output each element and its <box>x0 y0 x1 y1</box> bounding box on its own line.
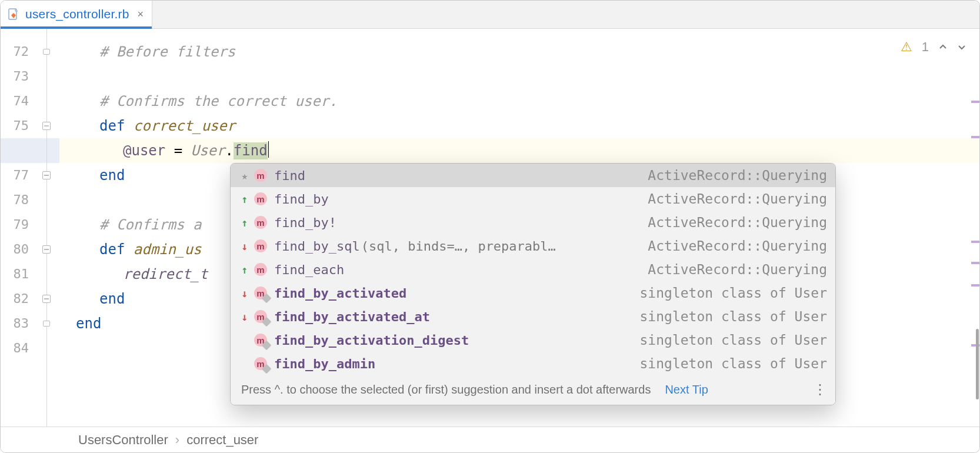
ruby-file-icon <box>8 8 19 20</box>
chevron-down-icon[interactable] <box>957 42 966 52</box>
completion-item[interactable]: ↓mfind_by_activated_atsingleton class of… <box>231 305 835 328</box>
method-name: correct_user <box>134 118 235 134</box>
completion-label: find_by! <box>274 215 336 230</box>
method-badge-icon: m <box>254 287 267 299</box>
fold-toggle-icon[interactable] <box>42 295 51 303</box>
keyword-end: end <box>99 167 125 184</box>
tab-filename: users_controller.rb <box>25 7 129 21</box>
completion-params: (sql, binds=…, preparabl… <box>361 239 556 254</box>
line-number: 81 <box>1 262 34 287</box>
line-number: 84 <box>1 336 34 361</box>
completion-tail: ActiveRecord::Querying <box>648 238 827 254</box>
keyword-def: def <box>99 241 134 258</box>
star-icon: ★ <box>239 169 251 182</box>
method-badge-icon: m <box>254 192 267 205</box>
completion-label: find_by_activation_digest <box>274 333 469 348</box>
operator: = <box>165 142 191 159</box>
breadcrumb-class[interactable]: UsersController <box>78 432 168 448</box>
keyword-def: def <box>99 118 134 134</box>
method-call: find <box>234 142 268 159</box>
fold-toggle-icon[interactable] <box>42 245 51 254</box>
comment: # Before filters <box>99 44 235 60</box>
editor-tab[interactable]: users_controller.rb × <box>1 0 152 28</box>
method-badge-icon: m <box>254 216 267 229</box>
instance-variable: @user <box>123 142 165 159</box>
line-number: 72 <box>1 39 34 64</box>
arrow-down-icon: ↓ <box>239 287 251 299</box>
method-badge-icon: m <box>254 239 267 252</box>
kebab-menu-icon[interactable]: ⋮ <box>813 381 827 398</box>
line-number: 78 <box>1 188 34 212</box>
line-numbers: 72 73 74 75 76 77 78 79 80 81 82 83 84 <box>1 29 34 427</box>
method-badge-icon: m <box>254 310 267 323</box>
constant: User <box>191 142 225 159</box>
chevron-up-icon[interactable] <box>938 42 948 52</box>
completion-tail: ActiveRecord::Querying <box>648 262 827 277</box>
completion-label: find_each <box>274 262 344 277</box>
stripe-scroll-indicator <box>976 329 979 399</box>
method-badge-icon: m <box>254 169 267 182</box>
error-stripe[interactable] <box>971 64 979 427</box>
stripe-mark[interactable] <box>971 284 979 287</box>
completion-label: find_by <box>274 192 329 206</box>
stripe-mark[interactable] <box>971 262 979 264</box>
completion-tail: ActiveRecord::Querying <box>648 215 827 230</box>
line-number: 79 <box>1 212 34 237</box>
completion-label: find_by_sql <box>274 239 360 254</box>
arrow-up-icon: ↑ <box>239 264 251 276</box>
completion-tail: singleton class of User <box>640 309 828 324</box>
stripe-mark[interactable] <box>971 101 979 103</box>
method-badge-icon: m <box>254 334 267 347</box>
completion-item[interactable]: ↓mfind_by_activatedsingleton class of Us… <box>231 281 835 305</box>
next-tip-link[interactable]: Next Tip <box>665 383 708 397</box>
comment: # Confirms the correct user. <box>99 93 338 109</box>
completion-item[interactable]: ★mfindActiveRecord::Querying <box>231 164 835 187</box>
completion-footer: Press ^. to choose the selected (or firs… <box>231 375 835 405</box>
completion-label: find_by_activated <box>274 286 406 301</box>
completion-hint: Press ^. to choose the selected (or firs… <box>241 383 651 397</box>
line-number: 74 <box>1 89 34 114</box>
arrow-down-icon: ↓ <box>239 240 251 252</box>
completion-tail: singleton class of User <box>640 332 828 348</box>
completion-item[interactable]: mfind_by_activation_digestsingleton clas… <box>231 328 835 352</box>
tab-bar: users_controller.rb × <box>1 1 979 29</box>
completion-item[interactable]: ↑mfind_eachActiveRecord::Querying <box>231 258 835 281</box>
keyword-end: end <box>76 315 101 332</box>
line-number: 75 <box>1 114 34 138</box>
fold-column <box>34 29 59 427</box>
breadcrumb-method[interactable]: correct_user <box>186 432 258 448</box>
ide-window: users_controller.rb × 72 73 74 75 76 77 … <box>0 0 980 453</box>
warning-count: 1 <box>922 39 929 55</box>
gutter: 72 73 74 75 76 77 78 79 80 81 82 83 84 <box>1 29 59 427</box>
line-number: 82 <box>1 287 34 311</box>
inspection-summary[interactable]: ⚠ 1 <box>901 39 966 55</box>
keyword-end: end <box>99 291 125 307</box>
stripe-mark[interactable] <box>971 241 979 243</box>
completion-item[interactable]: ↓mfind_by_sql(sql, binds=…, preparabl…Ac… <box>231 234 835 258</box>
completion-tail: singleton class of User <box>640 285 828 301</box>
completion-tail: singleton class of User <box>640 356 828 371</box>
close-icon[interactable]: × <box>138 8 144 21</box>
completion-label: find_by_activated_at <box>274 309 430 324</box>
arrow-down-icon: ↓ <box>239 311 251 323</box>
completion-item[interactable]: mfind_by_adminsingleton class of User <box>231 352 835 375</box>
completion-item[interactable]: ↑mfind_by!ActiveRecord::Querying <box>231 211 835 234</box>
dot: . <box>225 142 233 159</box>
breadcrumb-bar: UsersController › correct_user <box>1 427 979 452</box>
fold-guide-icon <box>43 49 50 55</box>
completion-tail: ActiveRecord::Querying <box>648 191 827 206</box>
fold-toggle-icon[interactable] <box>42 122 51 130</box>
arrow-up-icon: ↑ <box>239 193 251 205</box>
fold-guide-icon <box>43 321 50 327</box>
comment: # Confirms a <box>99 216 201 233</box>
line-number: 83 <box>1 311 34 336</box>
breadcrumb-separator-icon: › <box>175 432 179 448</box>
fold-toggle-icon[interactable] <box>42 171 51 179</box>
code-completion-popup: ★mfindActiveRecord::Querying↑mfind_byAct… <box>230 163 836 405</box>
completion-tail: ActiveRecord::Querying <box>648 168 827 183</box>
completion-label: find_by_admin <box>274 357 375 371</box>
arrow-up-icon: ↑ <box>239 216 251 229</box>
editor-area: 72 73 74 75 76 77 78 79 80 81 82 83 84 <box>1 29 979 427</box>
line-number: 73 <box>1 64 34 89</box>
completion-item[interactable]: ↑mfind_byActiveRecord::Querying <box>231 187 835 211</box>
